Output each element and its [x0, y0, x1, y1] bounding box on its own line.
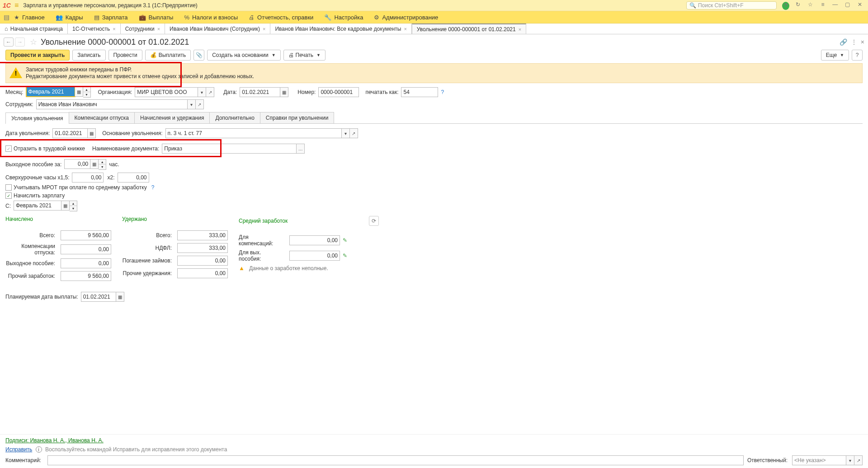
calendar-icon[interactable]: ▦	[75, 87, 83, 97]
calendar-icon[interactable]: ▦	[280, 87, 288, 97]
tab-home[interactable]: Начальная страница	[0, 23, 68, 34]
close-icon[interactable]: ×	[519, 27, 521, 32]
favorite-toggle[interactable]: ☆	[30, 37, 37, 47]
with-loan-input[interactable]	[177, 256, 228, 266]
more-button[interactable]: Еще▼	[821, 50, 849, 61]
subtab-accruals[interactable]: Начисления и удержания	[134, 112, 210, 123]
responsible-input[interactable]	[792, 455, 846, 465]
month-input[interactable]	[26, 87, 75, 97]
print-as-input[interactable]	[401, 87, 438, 97]
create-based-button[interactable]: Создать на основании▼	[207, 50, 280, 61]
overtime2-input[interactable]	[118, 173, 149, 183]
close-icon[interactable]: ×	[263, 26, 265, 32]
open-ref-icon[interactable]: ↗	[196, 99, 204, 109]
open-ref-icon[interactable]: ↗	[350, 128, 358, 138]
notifications-icon[interactable]: ◔	[782, 2, 789, 10]
severance-input[interactable]	[64, 159, 90, 169]
maximize-icon[interactable]: ▢	[844, 1, 851, 8]
with-total-input[interactable]	[177, 230, 228, 240]
accrue-checkbox[interactable]: ✓	[5, 192, 12, 199]
severance-stepper[interactable]: ▲▼	[99, 159, 106, 170]
refresh-button[interactable]: ⟳	[369, 216, 379, 226]
acc-total-input[interactable]	[61, 230, 111, 240]
tab-kadrovye[interactable]: Иванов Иван Иванович: Все кадровые докум…	[270, 23, 411, 34]
menu-kadry[interactable]: 👥Кадры	[56, 14, 83, 21]
menu-vyplaty[interactable]: 💼Выплаты	[139, 14, 174, 21]
fire-date-input[interactable]	[52, 128, 88, 138]
month-stepper[interactable]: ▲▼	[83, 87, 91, 98]
open-ref-icon[interactable]: ↗	[206, 87, 214, 97]
subtab-compensations[interactable]: Компенсации отпуска	[69, 112, 135, 123]
close-icon[interactable]: ×	[404, 26, 406, 32]
overtime15-input[interactable]	[72, 173, 104, 183]
help-icon[interactable]: ?	[441, 89, 444, 95]
select-icon[interactable]: …	[297, 144, 305, 154]
avg-sev-input[interactable]	[289, 251, 340, 261]
post-and-close-button[interactable]: Провести и закрыть	[5, 50, 70, 61]
signatures-link[interactable]: Подписи: Иванова Н. А., Иванова Н. А.	[5, 437, 104, 444]
from-stepper[interactable]: ▲▼	[70, 201, 77, 211]
reflect-checkbox[interactable]: ✓	[5, 145, 12, 152]
subtab-conditions[interactable]: Условия увольнения	[5, 112, 69, 124]
reason-input[interactable]	[165, 128, 342, 138]
open-ref-icon[interactable]: ↗	[854, 455, 863, 465]
number-input[interactable]	[318, 87, 359, 97]
acc-other-input[interactable]	[61, 271, 111, 281]
docname-input[interactable]	[162, 144, 297, 154]
close-doc-icon[interactable]: ×	[861, 38, 864, 46]
fix-link[interactable]: Исправить	[5, 446, 32, 453]
pay-button[interactable]: 💰Выплатить	[145, 50, 191, 61]
post-button[interactable]: Провести	[108, 50, 142, 61]
sections-icon[interactable]: ▤	[4, 14, 9, 21]
menu-admin[interactable]: ⚙Администрирование	[374, 14, 438, 21]
acc-sev-input[interactable]	[61, 258, 111, 268]
tab-uvolnenie[interactable]: Увольнение 0000-000001 от 01.02.2021×	[412, 23, 526, 34]
chevron-down-icon[interactable]: ▾	[188, 99, 196, 109]
help-icon[interactable]: ?	[151, 184, 155, 191]
from-input[interactable]	[14, 201, 61, 211]
chevron-down-icon[interactable]: ▾	[198, 87, 206, 97]
acc-vac-input[interactable]	[61, 244, 111, 254]
calendar-icon[interactable]: ▦	[116, 292, 124, 302]
global-search[interactable]: 🔍 Поиск Ctrl+Shift+F	[686, 1, 777, 9]
kebab-icon[interactable]: ⋮	[851, 38, 857, 46]
forward-button[interactable]: →	[15, 37, 25, 47]
avg-comp-input[interactable]	[289, 235, 340, 245]
tab-1c-otchetnost[interactable]: 1С-Отчетность×	[68, 23, 121, 34]
with-other-input[interactable]	[177, 268, 228, 278]
chevron-down-icon[interactable]: ▾	[342, 128, 350, 138]
burger-icon[interactable]: ≡	[14, 1, 19, 9]
menu-otchetnost[interactable]: 🖨Отчетность, справки	[249, 14, 313, 21]
calendar-icon[interactable]: ▦	[61, 201, 70, 211]
attachment-button[interactable]: 📎	[193, 50, 204, 61]
back-button[interactable]: ←	[4, 37, 14, 47]
edit-icon[interactable]: ✎	[343, 237, 347, 243]
minimize-icon[interactable]: —	[831, 1, 839, 8]
menutoggle-icon[interactable]: ≡	[819, 1, 826, 8]
save-button[interactable]: Записать	[72, 50, 105, 61]
org-input[interactable]	[135, 87, 198, 97]
help-button[interactable]: ?	[852, 50, 863, 61]
close-icon[interactable]: ×	[157, 26, 160, 32]
link-icon[interactable]: 🔗	[840, 38, 847, 46]
subtab-references[interactable]: Справки при увольнении	[260, 112, 335, 123]
close-icon[interactable]: ×	[113, 26, 115, 32]
tab-sotrudnik[interactable]: Иванов Иван Иванович (Сотрудник)×	[165, 23, 270, 34]
history-icon[interactable]: ↻	[794, 1, 802, 8]
menu-zarplata[interactable]: ▤Зарплата	[94, 14, 128, 21]
chevron-down-icon[interactable]: ▾	[846, 455, 854, 465]
menu-nalogi[interactable]: %Налоги и взносы	[184, 14, 238, 21]
employee-input[interactable]	[36, 99, 188, 109]
with-ndfl-input[interactable]	[177, 243, 228, 253]
calc-icon[interactable]: ▦	[90, 159, 99, 169]
subtab-additional[interactable]: Дополнительно	[209, 112, 260, 123]
mrot-checkbox[interactable]	[5, 184, 12, 191]
comment-input[interactable]	[47, 455, 744, 465]
menu-main[interactable]: ★Главное	[14, 14, 45, 21]
menu-nastroyka[interactable]: 🔧Настройка	[324, 14, 363, 21]
close-window-icon[interactable]: ✕	[856, 1, 863, 8]
edit-icon[interactable]: ✎	[343, 253, 347, 259]
date-input[interactable]	[240, 87, 280, 97]
info-icon[interactable]: i	[36, 446, 42, 453]
tab-sotrudniki[interactable]: Сотрудники×	[121, 23, 165, 34]
